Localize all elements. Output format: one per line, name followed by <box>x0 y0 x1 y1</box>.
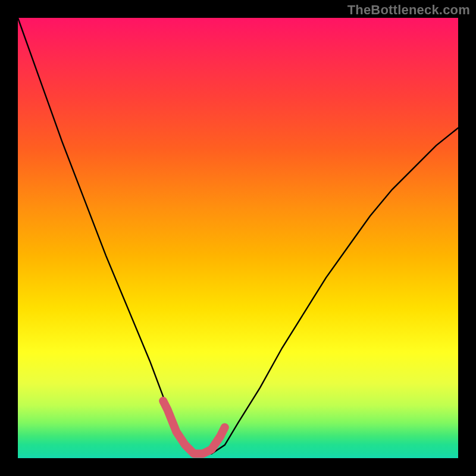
watermark-text: TheBottleneck.com <box>347 2 470 18</box>
dip-curve <box>18 18 458 454</box>
dip-highlight <box>163 401 225 454</box>
curve-layer <box>18 18 458 458</box>
chart-frame: TheBottleneck.com <box>0 0 476 476</box>
